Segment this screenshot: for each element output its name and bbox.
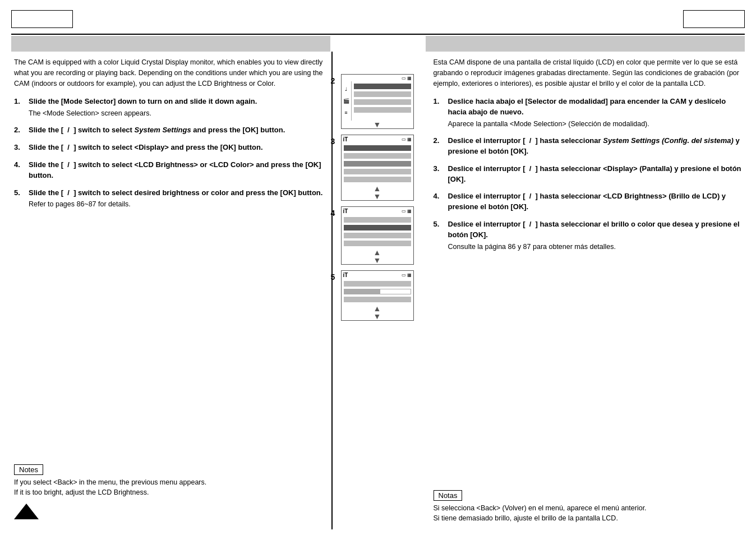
right-steps: 1. Deslice hacia abajo el [Selector de m… (434, 96, 743, 485)
right-step-1-num: 1. (434, 96, 448, 129)
left-step-1-content: Slide the [Mode Selector] down to turn o… (29, 96, 323, 118)
screen-3-bar-1 (344, 145, 411, 151)
right-step-2: 2. Deslice el interruptor [ / ] hasta se… (434, 136, 743, 157)
screen-3-main (342, 143, 413, 185)
page-box-right (683, 10, 745, 28)
right-step-3: 3. Deslice el interruptor [ / ] hasta se… (434, 164, 743, 185)
screen-3-scroll-up: ▲ (342, 185, 413, 192)
right-step-3-num: 3. (434, 164, 448, 185)
device-screen-5: iT ▭ ▦ ▲ ▼ (341, 270, 414, 321)
left-step-2-num: 2. (14, 125, 29, 136)
screen-4-main (342, 215, 413, 248)
device-screen-2: ▭ ▦ ♩ 🎬 ≡ (341, 74, 414, 129)
screen-3-signal-icon: ▦ (407, 137, 412, 142)
left-steps: 1. Slide the [Mode Selector] down to tur… (14, 96, 323, 459)
left-step-5-content: Slide the [ / ] switch to select desired… (29, 188, 323, 210)
right-step-2-num: 2. (434, 136, 448, 157)
screen-5-main (342, 279, 413, 305)
diagram-screen-2: 2 ▭ ▦ ♩ 🎬 ≡ (341, 74, 414, 129)
screen-2-scroll-down: ▼ (342, 121, 413, 128)
left-notes-label: Notes (14, 464, 43, 475)
right-step-4: 4. Deslice el interruptor [ / ] hasta se… (434, 191, 743, 213)
left-step-1-sub: The <Mode Selection> screen appears. (29, 108, 323, 118)
right-step-3-main: Deslice el interruptor [ / ] hasta selec… (448, 164, 743, 185)
left-step-1: 1. Slide the [Mode Selector] down to tur… (14, 96, 323, 118)
device-screen-3: iT ▭ ▦ ▲ ▼ (341, 135, 414, 201)
left-step-4-num: 4. (14, 160, 29, 181)
screen-4-signal-icon: ▦ (407, 209, 412, 214)
right-notes-text: Si selecciona <Back> (Volver) en el menú… (434, 503, 743, 524)
left-step-4: 4. Slide the [ / ] switch to select <LCD… (14, 160, 323, 181)
screen-3-top-row: iT ▭ ▦ (342, 135, 413, 143)
left-step-2-content: Slide the [ / ] switch to select System … (29, 125, 323, 136)
left-note-line-2: If it is too bright, adjust the LCD Brig… (14, 487, 323, 498)
right-step-5-content: Deslice el interruptor [ / ] hasta selec… (448, 219, 743, 252)
left-section-header-bar (11, 36, 330, 52)
bottom-arrow (14, 504, 323, 524)
screen-3-bar-5 (344, 177, 411, 182)
left-step-1-num: 1. (14, 96, 29, 118)
left-intro: The CAM is equipped with a color Liquid … (14, 57, 323, 89)
left-step-5-main: Slide the [ / ] switch to select desired… (29, 188, 323, 199)
left-step-5: 5. Slide the [ / ] switch to select desi… (14, 188, 323, 210)
left-note-line-1: If you select <Back> in the menu, the pr… (14, 477, 323, 488)
diagram-num-2: 2 (331, 76, 335, 85)
screen-5-top-row: iT ▭ ▦ (342, 271, 413, 279)
screen-5-bar-1 (344, 281, 411, 287)
right-step-1-content: Deslice hacia abajo el [Selector de moda… (448, 96, 743, 129)
screen-2-battery-icon: ▭ (402, 76, 406, 81)
page-box-left (11, 10, 73, 28)
screen-5-scroll-up: ▲ (342, 305, 413, 312)
screen-2-sidebar: ♩ 🎬 ≡ (342, 81, 352, 121)
screen-3-bar-4 (344, 169, 411, 174)
left-step-5-num: 5. (14, 188, 29, 210)
screen-4-bar-3 (344, 233, 411, 238)
screen-5-scroll-down: ▼ (342, 312, 413, 320)
right-section-header-bar (426, 36, 745, 52)
right-step-1: 1. Deslice hacia abajo el [Selector de m… (434, 96, 743, 129)
screen-4-bar-4 (344, 241, 411, 246)
screen-5-signal-icon: ▦ (407, 273, 412, 278)
left-step-3-main: Slide the [ / ] switch to select <Displa… (29, 142, 323, 153)
screen-3-bar-2 (344, 153, 411, 159)
screen-4-bar-2 (344, 225, 411, 230)
screen-3-battery-icon: ▭ (402, 137, 406, 142)
right-intro: Esta CAM dispone de una pantalla de cris… (434, 57, 743, 89)
screen-5-slider-fill (344, 289, 381, 294)
left-step-3-num: 3. (14, 142, 29, 153)
screen-5-slider (344, 289, 411, 294)
screen-2-body: ♩ 🎬 ≡ (342, 81, 413, 121)
screen-5-it-icon: iT (343, 272, 348, 278)
right-step-1-main: Deslice hacia abajo el [Selector de moda… (448, 96, 743, 118)
screen-5-icons-right: ▭ ▦ (402, 273, 412, 278)
right-notes-section: Notas Si selecciona <Back> (Volver) en e… (434, 486, 743, 524)
screen-2-menu-icon: ≡ (344, 110, 347, 116)
right-step-4-main: Deslice el interruptor [ / ] hasta selec… (448, 191, 743, 213)
right-step-1-sub: Aparece la pantalla <Mode Selection> (Se… (448, 119, 743, 129)
diagram-screen-4: 4 iT ▭ ▦ ▲ (341, 206, 414, 265)
right-note-line-1: Si selecciona <Back> (Volver) en el menú… (434, 503, 743, 514)
left-step-4-content: Slide the [ / ] switch to select <LCD Br… (29, 160, 323, 181)
center-diagram: 2 ▭ ▦ ♩ 🎬 ≡ (333, 52, 422, 529)
right-step-2-main: Deslice el interruptor [ / ] hasta selec… (448, 136, 743, 157)
left-column: The CAM is equipped with a color Liquid … (11, 52, 333, 529)
section-headers (11, 35, 745, 52)
left-step-3-content: Slide the [ / ] switch to select <Displa… (29, 142, 323, 153)
screen-2-bar-4 (354, 107, 411, 113)
right-step-5-sub: Consulte la página 86 y 87 para obtener … (448, 242, 743, 252)
screen-2-signal-icon: ▦ (407, 76, 412, 81)
diagram-screen-5: 5 iT ▭ ▦ (341, 270, 414, 321)
screen-3-scroll-down: ▼ (342, 192, 413, 200)
left-step-5-sub: Refer to pages 86~87 for details. (29, 199, 323, 209)
left-step-3: 3. Slide the [ / ] switch to select <Dis… (14, 142, 323, 153)
diagram-num-3: 3 (331, 137, 335, 146)
screen-4-scroll-down: ▼ (342, 256, 413, 264)
right-step-3-content: Deslice el interruptor [ / ] hasta selec… (448, 164, 743, 185)
right-step-5-num: 5. (434, 219, 448, 252)
right-column: Esta CAM dispone de una pantalla de cris… (422, 52, 745, 529)
screen-2-note-icon: ♩ (345, 86, 347, 92)
screen-5-bar-3 (344, 297, 411, 302)
right-step-5: 5. Deslice el interruptor [ / ] hasta se… (434, 219, 743, 252)
screen-3-icons-right: ▭ ▦ (402, 137, 412, 142)
diagram-screen-3: 3 iT ▭ ▦ (341, 135, 414, 201)
